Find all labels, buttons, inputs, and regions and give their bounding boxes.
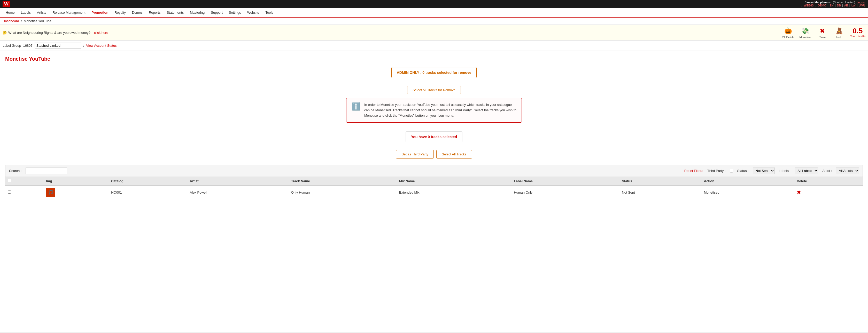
- yt-delete-label: YT Delete: [782, 36, 795, 39]
- row-checkbox[interactable]: [8, 190, 11, 194]
- reset-filters-link[interactable]: Reset Filters: [684, 169, 703, 173]
- delete-button[interactable]: ✖: [797, 189, 801, 195]
- close-button[interactable]: ✖ Close: [816, 26, 829, 39]
- nav-home[interactable]: Home: [3, 8, 18, 16]
- info-message: What are Neighbouring Rights & are you o…: [8, 31, 92, 35]
- yt-delete-icon: 🎃: [783, 26, 793, 36]
- select-all-tracks-remove-button[interactable]: Select All Tracks for Remove: [407, 86, 461, 94]
- status-select[interactable]: Not Sent Sent All: [753, 168, 775, 174]
- row-action: Monetised: [702, 185, 795, 199]
- search-input[interactable]: [26, 168, 67, 174]
- username-label: James Macpherson: [805, 1, 831, 4]
- nav-royalty[interactable]: Royalty: [111, 8, 129, 16]
- view-account-link[interactable]: View Account Status: [86, 44, 117, 47]
- col-delete: Delete: [794, 177, 863, 185]
- admin-box: ADMIN ONLY : 0 tracks selected for remov…: [392, 67, 477, 78]
- nav-bar: Home Labels Artists Release Management P…: [0, 8, 868, 18]
- top-bar: W James Macpherson (Stashed Limited) Log…: [0, 0, 868, 8]
- breadcrumb: Dashboard / Monetise YouTube: [0, 18, 868, 25]
- col-label-name: Label Name: [511, 177, 619, 185]
- nav-labels[interactable]: Labels: [18, 8, 34, 16]
- help-label: Help: [836, 36, 842, 39]
- nav-demos[interactable]: Demos: [129, 8, 146, 16]
- page-title: Monetise YouTube: [5, 56, 863, 62]
- credits-value: 0.5: [852, 27, 863, 35]
- selected-box-text: You have 0 tracks selected: [411, 135, 457, 139]
- close-label: Close: [819, 36, 826, 39]
- label-group-input[interactable]: [35, 43, 81, 48]
- top-bar-links: :: WEB03 :: DEMO | EN | DB | AE | LW | L…: [801, 4, 865, 7]
- set-as-third-party-button[interactable]: Set as Third Party: [396, 150, 434, 159]
- credits-label: Your Credits: [850, 35, 865, 38]
- label-group-id: 16807: [23, 44, 33, 47]
- info-box-text: In order to Monetise your tracks on YouT…: [364, 102, 517, 118]
- link-ae[interactable]: AE: [844, 4, 848, 7]
- row-artist: Alex Powell: [187, 185, 288, 199]
- yt-delete-button[interactable]: 🎃 YT Delete: [782, 26, 795, 39]
- label-group-label: Label Group: [3, 44, 21, 47]
- labels-label: Labels :: [779, 169, 791, 173]
- artist-select[interactable]: All Artists: [836, 168, 859, 174]
- nav-tools[interactable]: Tools: [262, 8, 276, 16]
- row-catalog: HO001: [108, 185, 187, 199]
- info-box: ℹ️ In order to Monetise your tracks on Y…: [346, 98, 522, 123]
- credits-display: 0.5 Your Credits: [850, 27, 865, 38]
- main-content: Monetise YouTube ADMIN ONLY : 0 tracks s…: [0, 51, 868, 332]
- artist-label: Artist :: [822, 169, 832, 173]
- track-thumbnail: 🎵: [46, 188, 55, 197]
- link-en[interactable]: EN: [830, 4, 833, 7]
- col-artist: Artist: [187, 177, 288, 185]
- nav-artists[interactable]: Artists: [34, 8, 49, 16]
- col-img: Img: [43, 177, 108, 185]
- help-button[interactable]: 🧸 Help: [833, 26, 846, 39]
- monetise-label: Monetise: [800, 36, 811, 39]
- row-track-name: Only Human: [288, 185, 397, 199]
- labels-select[interactable]: All Labels: [795, 168, 818, 174]
- status-label: Status :: [737, 169, 749, 173]
- close-icon: ✖: [817, 26, 827, 36]
- nav-settings[interactable]: Settings: [226, 8, 244, 16]
- col-status: Status: [619, 177, 701, 185]
- table-row: 🎵 HO001 Alex Powell Only Human Extended …: [5, 185, 863, 199]
- row-delete-cell[interactable]: ✖: [794, 185, 863, 199]
- table-body: 🎵 HO001 Alex Powell Only Human Extended …: [5, 185, 863, 199]
- company-label: Stashed Limited: [834, 1, 854, 4]
- breadcrumb-parent[interactable]: Dashboard: [3, 19, 19, 23]
- third-party-label: Third Party :: [707, 169, 726, 173]
- link-demo[interactable]: DEMO: [818, 4, 827, 7]
- select-all-checkbox[interactable]: [8, 179, 11, 182]
- table-header: Img Catalog Artist Track Name Mix Name L…: [5, 177, 863, 185]
- nav-statements[interactable]: Statements: [163, 8, 187, 16]
- link-lwr[interactable]: LWR: [859, 4, 865, 7]
- selected-box: You have 0 tracks selected: [406, 131, 462, 142]
- row-status: Not Sent: [619, 185, 701, 199]
- row-checkbox-cell[interactable]: [5, 185, 43, 199]
- admin-box-text: ADMIN ONLY : 0 tracks selected for remov…: [397, 70, 471, 75]
- nav-website[interactable]: Website: [244, 8, 262, 16]
- logout-link[interactable]: Logout: [857, 1, 865, 4]
- breadcrumb-current: Monetise YouTube: [24, 19, 52, 23]
- col-catalog: Catalog: [108, 177, 187, 185]
- col-mix-name: Mix Name: [397, 177, 511, 185]
- help-icon: 🧸: [835, 26, 844, 36]
- third-party-checkbox[interactable]: [730, 169, 733, 172]
- info-bar: 🤔 What are Neighbouring Rights & are you…: [0, 25, 868, 40]
- nav-promotion[interactable]: Promotion: [88, 8, 111, 16]
- top-bar-user: James Macpherson (Stashed Limited) Logou…: [805, 1, 865, 4]
- col-checkbox: [5, 177, 43, 185]
- label-group-bar: Label Group 16807 : View Account Status: [0, 40, 868, 51]
- search-label: Search :: [9, 169, 22, 173]
- nav-support[interactable]: Support: [208, 8, 226, 16]
- nav-release-management[interactable]: Release Management: [49, 8, 88, 16]
- nav-mastering[interactable]: Mastering: [187, 8, 208, 16]
- info-link[interactable]: click here: [94, 31, 108, 35]
- nav-reports[interactable]: Reports: [146, 8, 164, 16]
- action-buttons: Set as Third Party Select All Tracks: [396, 150, 472, 159]
- info-emoji: 🤔: [3, 31, 7, 35]
- link-db[interactable]: DB: [837, 4, 841, 7]
- link-lw[interactable]: LW: [851, 4, 856, 7]
- monetise-button[interactable]: 💸 Monetise: [799, 26, 812, 39]
- info-box-icon: ℹ️: [351, 102, 361, 111]
- select-all-tracks-button[interactable]: Select All Tracks: [436, 150, 472, 159]
- link-web03[interactable]: WEB03: [804, 4, 813, 7]
